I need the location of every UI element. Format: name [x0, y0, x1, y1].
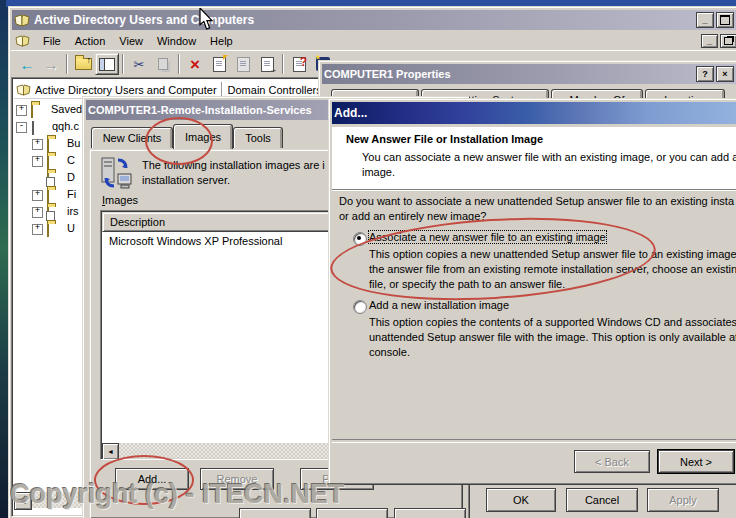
- option1-desc-line1: This option copies a new unattended Setu…: [369, 248, 736, 260]
- wizard-subtext-line2: image.: [362, 166, 395, 178]
- remove-button[interactable]: Remove: [200, 468, 274, 490]
- tab-tools[interactable]: Tools: [233, 127, 283, 148]
- cancel-button[interactable]: Cancel: [566, 488, 638, 512]
- ris-apply-button[interactable]: [394, 508, 466, 518]
- aduc-app-icon: [14, 14, 30, 27]
- menu-window[interactable]: Window: [150, 33, 203, 49]
- option2-desc-line1: This option copies the contents of a sup…: [369, 316, 736, 328]
- export-list-icon[interactable]: →: [255, 53, 279, 75]
- folder-icon: [47, 138, 49, 152]
- next-button[interactable]: Next >: [658, 450, 734, 473]
- properties-dialog-title: COMPUTER1 Properties: [324, 68, 694, 80]
- expander-icon[interactable]: +: [32, 190, 43, 201]
- ris-ok-button[interactable]: [239, 508, 311, 518]
- folder-icon: [47, 223, 49, 237]
- scroll-left-icon[interactable]: ◄: [14, 492, 32, 510]
- copy-icon[interactable]: [151, 53, 175, 75]
- apply-button[interactable]: Apply: [647, 488, 719, 512]
- expander-icon[interactable]: +: [32, 139, 43, 150]
- main-title-bar[interactable]: Active Directory Users and Computers _: [12, 10, 736, 30]
- forward-icon[interactable]: →: [39, 53, 63, 75]
- tree-item-label[interactable]: C: [67, 154, 75, 166]
- dialog-help-button[interactable]: ?: [696, 66, 714, 82]
- show-console-tree-icon[interactable]: [95, 53, 119, 75]
- wizard-separator: [332, 439, 736, 443]
- child-window-icon: [15, 35, 30, 47]
- radio-add-new-label[interactable]: Add a new installation image: [369, 299, 509, 311]
- wizard-subtext-line1: You can associate a new answer file with…: [362, 151, 736, 163]
- images-intro-line2: installation server.: [142, 174, 230, 186]
- panes-header-left-label[interactable]: Active Directory Users and Computer: [35, 84, 217, 96]
- dialog-close-button[interactable]: ×: [716, 66, 734, 82]
- menu-view[interactable]: View: [112, 33, 150, 49]
- menu-action[interactable]: Action: [68, 33, 113, 49]
- folder-icon: [31, 104, 33, 118]
- folder-icon: [47, 155, 49, 169]
- ris-cancel-button[interactable]: [316, 508, 388, 518]
- panes-header-right-label[interactable]: Domain Controllers: [228, 84, 322, 96]
- tab-new-clients[interactable]: New Clients: [91, 127, 173, 148]
- desktop-strip: [0, 0, 8, 518]
- help-icon[interactable]: ?: [287, 53, 311, 75]
- wizard-question-line2: or add an entirely new image?: [339, 210, 486, 222]
- images-section-label: Images: [102, 194, 138, 206]
- cut-icon[interactable]: ✂: [127, 53, 151, 75]
- list-item[interactable]: Microsoft Windows XP Professional: [109, 235, 282, 247]
- list-header-label: Description: [110, 216, 165, 228]
- option1-desc-line2: the answer file from an existing remote …: [369, 263, 736, 275]
- option1-desc-line3: file, or specify the path to an answer f…: [369, 278, 565, 290]
- menu-file[interactable]: File: [36, 33, 68, 49]
- folder-icon: [47, 189, 49, 203]
- add-wizard-dialog: Add... New Answer File or Installation I…: [328, 98, 736, 485]
- installation-images-icon: [100, 156, 134, 194]
- wizard-question-line1: Do you want to associate a new unattende…: [339, 195, 734, 207]
- menu-bar: File Action View Window Help _: [11, 32, 736, 51]
- radio-associate-answer-file[interactable]: [353, 232, 367, 246]
- tree-item-label[interactable]: Bu: [67, 137, 80, 149]
- add-button[interactable]: Add...: [115, 468, 189, 490]
- option2-desc-line2: unattended Setup answer file with the im…: [369, 331, 736, 343]
- expander-icon[interactable]: -: [16, 122, 27, 133]
- ok-button[interactable]: OK: [486, 488, 556, 512]
- scroll-left-icon[interactable]: ◄: [102, 443, 119, 460]
- minimize-button[interactable]: _: [696, 12, 714, 28]
- back-icon[interactable]: ←: [15, 53, 39, 75]
- tab-images[interactable]: Images: [173, 124, 233, 149]
- aduc-root-icon: [16, 84, 31, 96]
- toolbar-separator: [122, 54, 124, 74]
- maximize-button[interactable]: [716, 12, 734, 28]
- expander-icon[interactable]: +: [32, 224, 43, 235]
- child-restore-button[interactable]: [720, 34, 736, 48]
- child-minimize-button[interactable]: _: [701, 34, 718, 48]
- wizard-header: New Answer File or Installation Image Yo…: [332, 127, 736, 190]
- wizard-title-bar[interactable]: Add...: [332, 102, 736, 124]
- tree-item-label[interactable]: irs: [67, 205, 79, 217]
- radio-add-new-image[interactable]: [353, 300, 367, 314]
- radio-associate-label[interactable]: Associate a new answer file to an existi…: [369, 231, 606, 243]
- wizard-heading: New Answer File or Installation Image: [346, 133, 543, 145]
- expander-icon[interactable]: +: [16, 105, 27, 116]
- toolbar-separator: [282, 54, 284, 74]
- properties-icon[interactable]: [207, 53, 231, 75]
- toolbar-separator: [178, 54, 180, 74]
- up-one-level-icon[interactable]: ↑: [71, 53, 95, 75]
- delete-icon[interactable]: ×: [183, 53, 207, 75]
- option2-desc-line3: console.: [369, 346, 410, 358]
- organizational-unit-icon: [47, 206, 49, 220]
- tree-item-label[interactable]: qqh.c: [52, 120, 79, 132]
- ris-dialog-title: COMPUTER1-Remote-Installation-Services: [88, 104, 312, 116]
- tree-item-label[interactable]: D: [67, 171, 75, 183]
- expander-icon[interactable]: +: [32, 207, 43, 218]
- wizard-title: Add...: [334, 106, 367, 120]
- panes-header-divider: [221, 82, 222, 97]
- screen: Active Directory Users and Computers _ F…: [0, 0, 736, 518]
- tree-item-label[interactable]: U: [67, 222, 75, 234]
- back-button[interactable]: < Back: [574, 450, 650, 473]
- properties-title-bar[interactable]: COMPUTER1 Properties ? ×: [322, 64, 736, 84]
- tree-item-label[interactable]: Fi: [67, 188, 76, 200]
- main-window-title: Active Directory Users and Computers: [34, 13, 694, 27]
- expander-icon[interactable]: +: [32, 156, 43, 167]
- refresh-icon[interactable]: [231, 53, 255, 75]
- tree-item-label[interactable]: Saved: [51, 103, 82, 115]
- menu-help[interactable]: Help: [203, 33, 240, 49]
